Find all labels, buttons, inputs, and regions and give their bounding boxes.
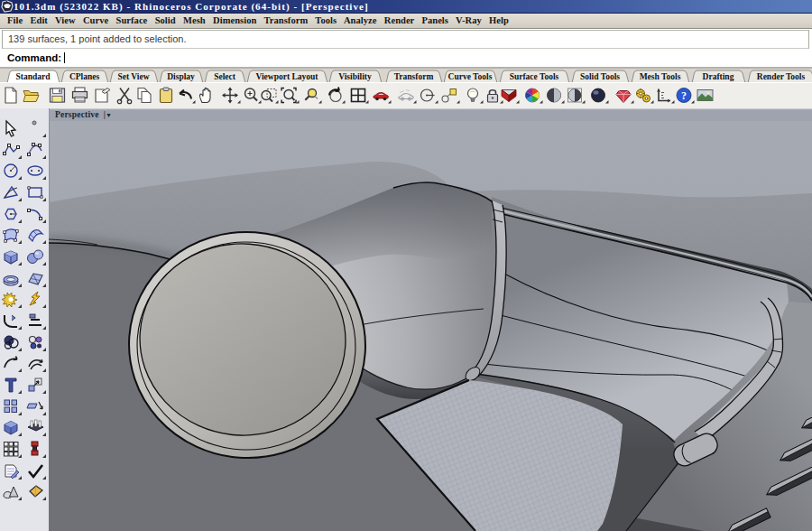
- svg-text:Select: Select: [214, 72, 236, 81]
- svg-text:Set View: Set View: [117, 72, 149, 81]
- svg-text:Mesh Tools: Mesh Tools: [640, 72, 681, 81]
- svg-text:Display: Display: [167, 72, 195, 81]
- svg-text:Surface Tools: Surface Tools: [510, 72, 559, 81]
- svg-text:Solid Tools: Solid Tools: [580, 72, 620, 81]
- svg-text:Visibility: Visibility: [338, 72, 372, 81]
- svg-text:Viewport Layout: Viewport Layout: [255, 72, 318, 81]
- svg-text:Standard: Standard: [15, 72, 51, 81]
- svg-text:Curve Tools: Curve Tools: [448, 72, 493, 81]
- svg-text:Drafting: Drafting: [703, 72, 734, 81]
- svg-text:?: ?: [681, 89, 687, 102]
- svg-text:CPlanes: CPlanes: [69, 72, 100, 81]
- svg-text:Transform: Transform: [394, 72, 434, 81]
- svg-text:Render Tools: Render Tools: [757, 72, 806, 81]
